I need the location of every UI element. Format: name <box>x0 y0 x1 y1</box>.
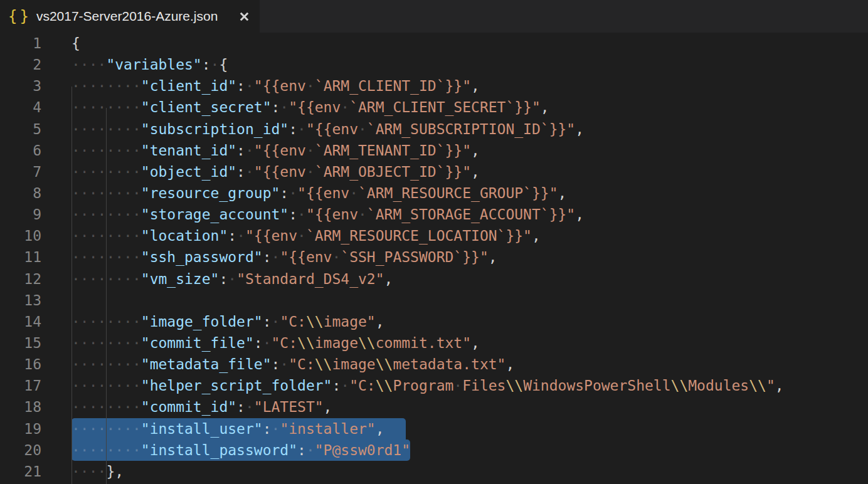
json-file-icon: {} <box>8 8 31 25</box>
code-line[interactable]: 13 <box>0 290 868 311</box>
close-tab-icon[interactable] <box>237 9 251 23</box>
code-line-content: ········"helper_script_folder":·"C:\\Pro… <box>71 375 784 396</box>
code-line-content: ········"tenant_id":·"{{env·`ARM_TENANT_… <box>71 140 480 161</box>
line-number[interactable]: 11 <box>0 246 41 268</box>
line-number[interactable]: 16 <box>0 354 41 375</box>
code-line[interactable]: 18········"commit_id":·"LATEST", <box>0 396 868 418</box>
code-editor[interactable]: 1{2····"variables":·{3········"client_id… <box>0 33 868 484</box>
code-lines: 1{2····"variables":·{3········"client_id… <box>0 33 868 482</box>
line-number[interactable]: 5 <box>0 118 41 140</box>
code-line-content: ········"image_folder":·"C:\\image", <box>71 311 384 332</box>
code-line[interactable]: 11········"ssh_password":·"{{env·`SSH_PA… <box>0 246 868 268</box>
code-line[interactable]: 19········"install_user":·"installer", <box>0 418 868 439</box>
line-number[interactable]: 8 <box>0 182 41 204</box>
text-selection-highlight: ········"install_password":·"P@ssw0rd1" <box>71 439 410 461</box>
code-line[interactable]: 9········"storage_account":·"{{env·`ARM_… <box>0 204 868 225</box>
line-number[interactable]: 19 <box>0 418 41 439</box>
code-line[interactable]: 2····"variables":·{ <box>0 54 868 75</box>
line-number[interactable]: 4 <box>0 97 41 118</box>
code-line-content: ········"subscription_id":·"{{env·`ARM_S… <box>71 118 584 140</box>
code-line-content: ········"commit_file":·"C:\\image\\commi… <box>71 332 480 354</box>
code-line[interactable]: 12········"vm_size":·"Standard_DS4_v2", <box>0 268 868 290</box>
code-line[interactable]: 5········"subscription_id":·"{{env·`ARM_… <box>0 118 868 140</box>
line-number[interactable]: 14 <box>0 311 41 332</box>
tab-title: vs2017-Server2016-Azure.json <box>36 9 237 24</box>
code-line[interactable]: 14········"image_folder":·"C:\\image", <box>0 311 868 332</box>
code-line-content: ········"location":·"{{env·`ARM_RESOURCE… <box>71 225 541 246</box>
code-line[interactable]: 16········"metadata_file":·"C:\\image\\m… <box>0 354 868 375</box>
code-line[interactable]: 7········"object_id":·"{{env·`ARM_OBJECT… <box>0 161 868 182</box>
code-line[interactable]: 20········"install_password":·"P@ssw0rd1… <box>0 439 868 461</box>
code-line-content: ····"variables":·{ <box>71 54 228 75</box>
text-selection-highlight: ········"install_user":·"installer", <box>71 418 406 439</box>
line-number[interactable]: 7 <box>0 161 41 182</box>
tab-vs2017-server2016-azure-json[interactable]: {} vs2017-Server2016-Azure.json <box>0 0 260 33</box>
code-line-content: ········"install_user":·"installer", <box>71 418 406 439</box>
line-number[interactable]: 10 <box>0 225 41 246</box>
code-line-content: ········"ssh_password":·"{{env·`SSH_PASS… <box>71 246 497 268</box>
line-number[interactable]: 3 <box>0 75 41 97</box>
code-line[interactable]: 6········"tenant_id":·"{{env·`ARM_TENANT… <box>0 140 868 161</box>
code-line[interactable]: 21····}, <box>0 461 868 482</box>
line-number[interactable]: 12 <box>0 268 41 290</box>
code-line-content: ····}, <box>71 461 124 482</box>
code-line[interactable]: 10········"location":·"{{env·`ARM_RESOUR… <box>0 225 868 246</box>
code-line-content: ········"storage_account":·"{{env·`ARM_S… <box>71 204 584 225</box>
code-line[interactable]: 15········"commit_file":·"C:\\image\\com… <box>0 332 868 354</box>
line-number[interactable]: 9 <box>0 204 41 225</box>
line-number[interactable]: 2 <box>0 54 41 75</box>
code-line[interactable]: 8········"resource_group":·"{{env·`ARM_R… <box>0 182 868 204</box>
tab-bar: {} vs2017-Server2016-Azure.json <box>0 0 868 33</box>
code-line-content: { <box>71 33 80 54</box>
code-line-content: ········"vm_size":·"Standard_DS4_v2", <box>71 268 393 290</box>
code-line-content: ········"object_id":·"{{env·`ARM_OBJECT_… <box>71 161 480 182</box>
code-line-content: ········"install_password":·"P@ssw0rd1" <box>71 439 410 461</box>
line-number[interactable]: 15 <box>0 332 41 354</box>
code-line[interactable]: 17········"helper_script_folder":·"C:\\P… <box>0 375 868 396</box>
line-number[interactable]: 13 <box>0 290 41 311</box>
code-line-content: ········"client_id":·"{{env·`ARM_CLIENT_… <box>71 75 480 97</box>
code-line[interactable]: 4········"client_secret":·"{{env·`ARM_CL… <box>0 97 868 118</box>
line-number[interactable]: 20 <box>0 439 41 461</box>
code-line[interactable]: 1{ <box>0 33 868 54</box>
line-number[interactable]: 6 <box>0 140 41 161</box>
code-line-content: ········"resource_group":·"{{env·`ARM_RE… <box>71 182 566 204</box>
code-line-content: ········"metadata_file":·"C:\\image\\met… <box>71 354 514 375</box>
code-line-content: ········"client_secret":·"{{env·`ARM_CLI… <box>71 97 549 118</box>
line-number[interactable]: 18 <box>0 396 41 418</box>
line-number[interactable]: 21 <box>0 461 41 482</box>
line-number[interactable]: 1 <box>0 33 41 54</box>
code-line-content: ········"commit_id":·"LATEST", <box>71 396 332 418</box>
code-line[interactable]: 3········"client_id":·"{{env·`ARM_CLIENT… <box>0 75 868 97</box>
line-number[interactable]: 17 <box>0 375 41 396</box>
